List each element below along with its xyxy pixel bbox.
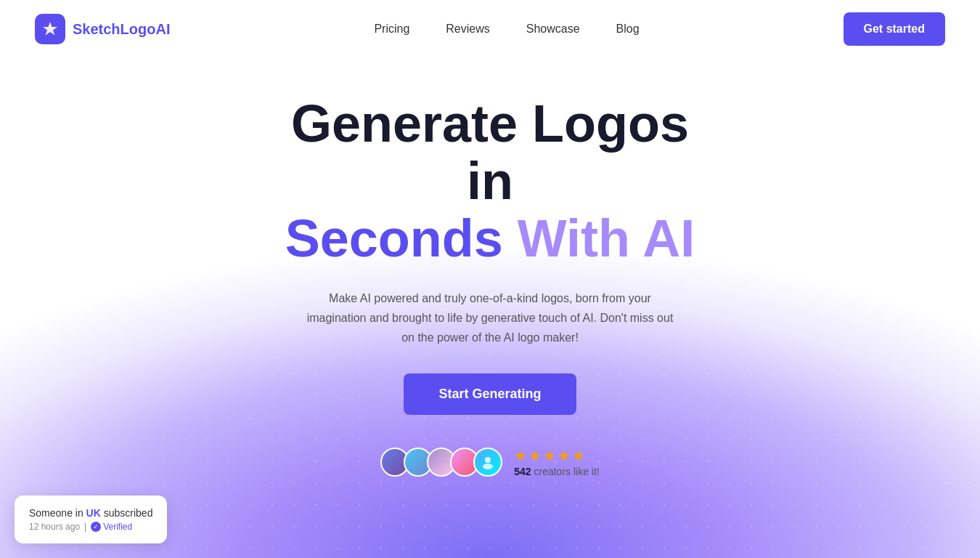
hero-content: Generate Logos in Seconds With AI Make A… [265,95,715,477]
verified-icon: ✓ [91,522,101,532]
nav-showcase[interactable]: Showcase [526,23,580,36]
hero-subtitle: Make AI powered and truly one-of-a-kind … [301,288,679,348]
logo[interactable]: SketchLogoAI [35,14,170,44]
header-cta-button[interactable]: Get started [844,12,945,46]
svg-point-0 [485,457,491,463]
nav-blog[interactable]: Blog [616,23,640,36]
rating-area: ★ ★ ★ ★ ★ 542 creators like it! [514,447,600,477]
avatar-group [380,448,502,477]
nav-pricing[interactable]: Pricing [374,23,409,36]
hero-title-line1: Generate Logos in [279,95,701,210]
hero-title-line2: Seconds With AI [279,210,701,267]
star-2: ★ [528,447,542,464]
star-1: ★ [514,447,527,464]
creators-text: 542 creators like it! [514,466,600,477]
logo-text: SketchLogoAI [73,21,170,38]
hero-section: Generate Logos in Seconds With AI Make A… [0,58,980,558]
toast-separator: | [84,522,86,532]
social-proof: ★ ★ ★ ★ ★ 542 creators like it! [279,447,701,477]
svg-point-1 [483,464,493,469]
star-4: ★ [558,447,571,464]
toast-message: Someone in UK subscribed [29,507,152,519]
hero-title-with-ai: With AI [518,209,695,267]
hero-cta-button[interactable]: Start Generating [404,373,576,415]
verified-label: Verified [103,522,132,532]
logo-icon [35,14,65,44]
nav-reviews[interactable]: Reviews [446,23,489,36]
star-3: ★ [543,447,556,464]
toast-meta: 12 hours ago | ✓ Verified [29,522,152,532]
hero-title-seconds: Seconds [285,209,503,267]
star-rating: ★ ★ ★ ★ ★ [514,447,585,464]
header: SketchLogoAI Pricing Reviews Showcase Bl… [0,0,980,58]
toast-notification: Someone in UK subscribed 12 hours ago | … [15,496,167,543]
toast-time: 12 hours ago [29,522,80,532]
verified-badge: ✓ Verified [91,522,132,532]
star-5: ★ [572,447,585,464]
toast-location-link[interactable]: UK [86,507,101,519]
avatar [473,448,502,477]
main-nav: Pricing Reviews Showcase Blog [374,23,639,36]
